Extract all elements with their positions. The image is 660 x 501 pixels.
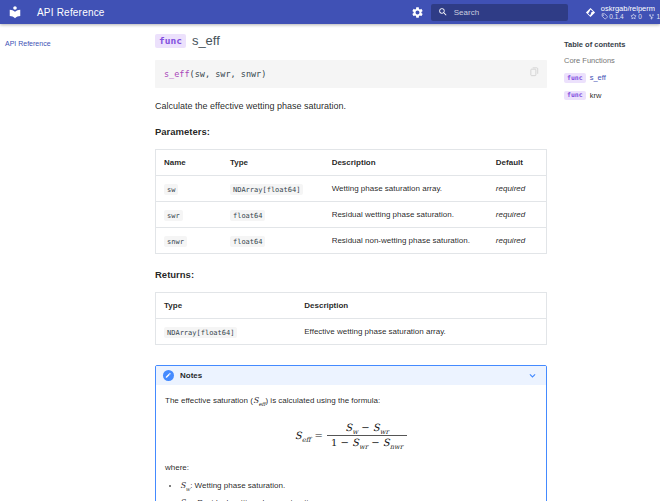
col-header-default: Default [488,150,547,176]
table-row: NDArray[float64] Effective wetting phase… [156,319,547,345]
chevron-down-icon [528,371,537,380]
notes-admonition: Notes The effective saturation (Seff) is… [155,365,547,501]
repo-link[interactable]: oskrgab/relperm 0.1.4 0 1 [585,4,660,21]
col-header-description: Description [296,293,546,319]
repo-stars: 0 [630,13,642,21]
repo-facts: 0.1.4 0 1 [601,13,660,21]
star-icon [630,13,637,20]
magnifier-icon [438,7,448,17]
toc-item-krw[interactable]: func krw [564,91,660,101]
param-description: Residual non-wetting phase saturation. [324,228,488,254]
param-description: Wetting phase saturation array. [324,176,488,202]
param-name: sw [164,184,178,195]
param-type: float64 [230,210,266,221]
func-badge: func [155,34,186,48]
notes-title: Notes [180,371,202,380]
table-row: swr float64 Residual wetting phase satur… [156,202,547,228]
toc-title: Table of contents [564,40,660,49]
param-name: swr [164,210,183,221]
table-of-contents: Table of contents Core Functions func s_… [552,24,660,100]
formula: Seff = Sw − Swr 1 − Swr − Snwr [165,422,537,448]
func-badge: func [564,91,586,101]
main-content: func s_eff s_eff(sw, swr, snwr) Calculat… [150,24,552,501]
table-row: snwr float64 Residual non-wetting phase … [156,228,547,254]
col-header-type: Type [156,293,297,319]
table-row: sw NDArray[float64] Wetting phase satura… [156,176,547,202]
param-name: snwr [164,236,187,247]
toc-group-core-functions[interactable]: Core Functions [564,56,660,65]
function-description: Calculate the effective wetting phase sa… [155,101,547,111]
search-placeholder: Search [454,8,479,17]
toc-item-s_eff[interactable]: func s_eff [564,73,660,83]
notes-intro: The effective saturation (Seff) is calcu… [165,396,537,405]
param-type: float64 [230,236,266,247]
signature-fn: s_eff [164,69,190,79]
notes-toggle[interactable]: Notes [156,366,546,385]
symbol-definitions: Sw: Wetting phase saturation. Swr: Resid… [165,481,537,501]
notes-body: The effective saturation (Seff) is calcu… [156,385,546,501]
edit-pencil-icon [163,370,174,381]
param-default: required [488,228,547,254]
repo-version: 0.1.4 [601,13,624,21]
table-header-row: Type Description [156,293,547,319]
list-item: Sw: Wetting phase saturation. [180,481,537,490]
local-library-icon[interactable] [8,5,22,19]
param-default: required [488,202,547,228]
repo-info: oskrgab/relperm 0.1.4 0 1 [601,4,660,21]
page-title[interactable]: API Reference [37,7,105,18]
table-header-row: Name Type Description Default [156,150,547,176]
gem-icon [585,6,596,19]
function-heading: func s_eff [155,33,547,48]
col-header-type: Type [222,150,324,176]
tag-icon [601,13,608,20]
search-input[interactable]: Search [431,4,568,21]
copy-icon[interactable] [529,65,540,78]
return-description: Effective wetting phase saturation array… [296,319,546,345]
param-description: Residual wetting phase saturation. [324,202,488,228]
where-label: where: [165,463,537,472]
left-sidebar: API Reference [0,24,150,47]
repo-forks: 1 [648,13,660,21]
signature-code-block: s_eff(sw, swr, snwr) [155,60,547,88]
returns-table: Type Description NDArray[float64] Effect… [155,292,547,345]
signature-args: (sw, swr, snwr) [190,69,267,79]
func-badge: func [564,73,586,83]
param-type: NDArray[float64] [230,184,303,195]
sidebar-item-api-reference[interactable]: API Reference [5,40,150,47]
repo-name: oskrgab/relperm [601,4,660,13]
function-name: s_eff [192,33,220,48]
page-layout: API Reference func s_eff s_eff(sw, swr, … [0,24,660,501]
app-header: API Reference Search oskrgab/relperm 0.1… [0,0,660,24]
returns-label: Returns: [155,269,547,280]
return-type: NDArray[float64] [164,327,237,338]
parameters-label: Parameters: [155,126,547,137]
parameters-table: Name Type Description Default sw NDArray… [155,149,547,254]
col-header-name: Name [156,150,222,176]
param-default: required [488,176,547,202]
col-header-description: Description [324,150,488,176]
fork-icon [648,13,655,20]
gear-icon[interactable] [411,6,424,19]
